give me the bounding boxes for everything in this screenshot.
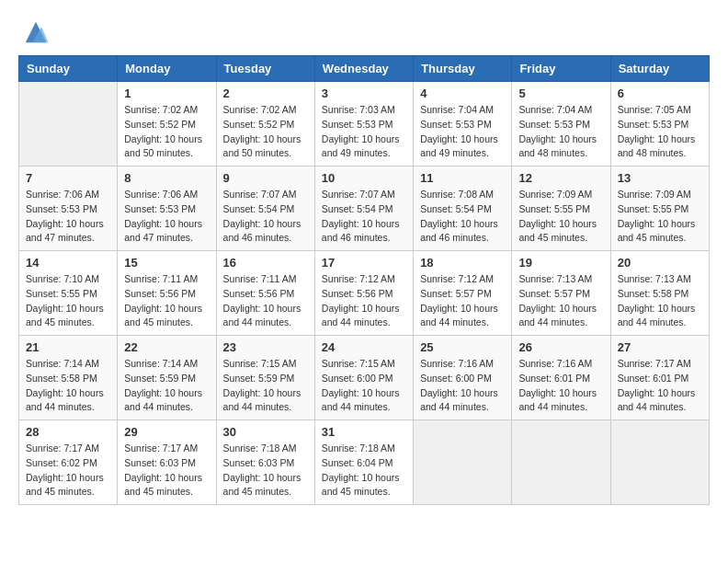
- calendar-table: SundayMondayTuesdayWednesdayThursdayFrid…: [18, 55, 710, 505]
- day-info: Sunrise: 7:16 AMSunset: 6:00 PMDaylight:…: [420, 357, 505, 415]
- calendar-cell: 6Sunrise: 7:05 AMSunset: 5:53 PMDaylight…: [610, 82, 709, 167]
- day-number: 19: [518, 256, 603, 270]
- calendar-cell: [610, 420, 709, 505]
- calendar-cell: 2Sunrise: 7:02 AMSunset: 5:52 PMDaylight…: [216, 82, 314, 167]
- day-number: 30: [223, 425, 308, 439]
- calendar-cell: 20Sunrise: 7:13 AMSunset: 5:58 PMDayligh…: [610, 251, 709, 336]
- day-info: Sunrise: 7:02 AMSunset: 5:52 PMDaylight:…: [223, 103, 308, 161]
- column-header-friday: Friday: [512, 56, 610, 82]
- calendar-cell: 29Sunrise: 7:17 AMSunset: 6:03 PMDayligh…: [118, 420, 216, 505]
- column-header-sunday: Sunday: [19, 56, 118, 82]
- day-number: 23: [223, 340, 308, 354]
- calendar-cell: 30Sunrise: 7:18 AMSunset: 6:03 PMDayligh…: [216, 420, 314, 505]
- day-number: 2: [223, 86, 308, 100]
- calendar-cell: 5Sunrise: 7:04 AMSunset: 5:53 PMDaylight…: [512, 82, 610, 167]
- calendar-cell: 9Sunrise: 7:07 AMSunset: 5:54 PMDaylight…: [216, 167, 314, 251]
- calendar-cell: 27Sunrise: 7:17 AMSunset: 6:01 PMDayligh…: [610, 336, 709, 420]
- day-info: Sunrise: 7:16 AMSunset: 6:01 PMDaylight:…: [518, 357, 603, 415]
- day-info: Sunrise: 7:14 AMSunset: 5:58 PMDaylight:…: [26, 357, 110, 415]
- day-number: 25: [420, 340, 505, 354]
- day-info: Sunrise: 7:14 AMSunset: 5:59 PMDaylight:…: [124, 357, 209, 415]
- day-number: 14: [26, 256, 110, 270]
- calendar-cell: 13Sunrise: 7:09 AMSunset: 5:55 PMDayligh…: [610, 167, 709, 251]
- day-info: Sunrise: 7:17 AMSunset: 6:03 PMDaylight:…: [124, 442, 209, 500]
- calendar-cell: 8Sunrise: 7:06 AMSunset: 5:53 PMDaylight…: [118, 167, 216, 251]
- calendar-week-row: 21Sunrise: 7:14 AMSunset: 5:58 PMDayligh…: [19, 336, 710, 420]
- calendar-cell: 21Sunrise: 7:14 AMSunset: 5:58 PMDayligh…: [19, 336, 118, 420]
- calendar-cell: 18Sunrise: 7:12 AMSunset: 5:57 PMDayligh…: [414, 251, 512, 336]
- calendar-cell: [512, 420, 610, 505]
- day-info: Sunrise: 7:07 AMSunset: 5:54 PMDaylight:…: [322, 188, 406, 246]
- day-number: 21: [26, 340, 110, 354]
- day-info: Sunrise: 7:12 AMSunset: 5:56 PMDaylight:…: [322, 272, 406, 330]
- day-number: 26: [518, 340, 603, 354]
- calendar-cell: 26Sunrise: 7:16 AMSunset: 6:01 PMDayligh…: [512, 336, 610, 420]
- day-info: Sunrise: 7:09 AMSunset: 5:55 PMDaylight:…: [618, 188, 702, 246]
- day-info: Sunrise: 7:06 AMSunset: 5:53 PMDaylight:…: [26, 188, 110, 246]
- page-header: [18, 18, 710, 46]
- day-info: Sunrise: 7:04 AMSunset: 5:53 PMDaylight:…: [518, 103, 603, 161]
- day-info: Sunrise: 7:11 AMSunset: 5:56 PMDaylight:…: [124, 272, 209, 330]
- day-info: Sunrise: 7:15 AMSunset: 5:59 PMDaylight:…: [223, 357, 308, 415]
- day-number: 10: [322, 171, 406, 185]
- day-number: 13: [618, 171, 702, 185]
- column-header-monday: Monday: [118, 56, 216, 82]
- calendar-cell: 7Sunrise: 7:06 AMSunset: 5:53 PMDaylight…: [19, 167, 118, 251]
- calendar-cell: 1Sunrise: 7:02 AMSunset: 5:52 PMDaylight…: [118, 82, 216, 167]
- day-info: Sunrise: 7:04 AMSunset: 5:53 PMDaylight:…: [420, 103, 505, 161]
- day-number: 3: [322, 86, 406, 100]
- day-info: Sunrise: 7:13 AMSunset: 5:57 PMDaylight:…: [518, 272, 603, 330]
- day-info: Sunrise: 7:18 AMSunset: 6:04 PMDaylight:…: [322, 442, 406, 500]
- calendar-week-row: 14Sunrise: 7:10 AMSunset: 5:55 PMDayligh…: [19, 251, 710, 336]
- day-info: Sunrise: 7:13 AMSunset: 5:58 PMDaylight:…: [618, 272, 702, 330]
- day-info: Sunrise: 7:06 AMSunset: 5:53 PMDaylight:…: [124, 188, 209, 246]
- calendar-cell: [414, 420, 512, 505]
- calendar-cell: 15Sunrise: 7:11 AMSunset: 5:56 PMDayligh…: [118, 251, 216, 336]
- logo: [18, 18, 50, 46]
- calendar-cell: 16Sunrise: 7:11 AMSunset: 5:56 PMDayligh…: [216, 251, 314, 336]
- calendar-week-row: 1Sunrise: 7:02 AMSunset: 5:52 PMDaylight…: [19, 82, 710, 167]
- column-header-wednesday: Wednesday: [314, 56, 413, 82]
- day-number: 15: [124, 256, 209, 270]
- day-info: Sunrise: 7:09 AMSunset: 5:55 PMDaylight:…: [518, 188, 603, 246]
- calendar-cell: 14Sunrise: 7:10 AMSunset: 5:55 PMDayligh…: [19, 251, 118, 336]
- column-header-thursday: Thursday: [414, 56, 512, 82]
- calendar-week-row: 28Sunrise: 7:17 AMSunset: 6:02 PMDayligh…: [19, 420, 710, 505]
- day-info: Sunrise: 7:17 AMSunset: 6:01 PMDaylight:…: [618, 357, 702, 415]
- day-info: Sunrise: 7:10 AMSunset: 5:55 PMDaylight:…: [26, 272, 110, 330]
- day-number: 20: [618, 256, 702, 270]
- day-info: Sunrise: 7:08 AMSunset: 5:54 PMDaylight:…: [420, 188, 505, 246]
- day-number: 27: [618, 340, 702, 354]
- calendar-cell: 17Sunrise: 7:12 AMSunset: 5:56 PMDayligh…: [314, 251, 413, 336]
- column-header-saturday: Saturday: [610, 56, 709, 82]
- day-info: Sunrise: 7:12 AMSunset: 5:57 PMDaylight:…: [420, 272, 505, 330]
- day-number: 17: [322, 256, 406, 270]
- calendar-cell: 24Sunrise: 7:15 AMSunset: 6:00 PMDayligh…: [314, 336, 413, 420]
- day-info: Sunrise: 7:11 AMSunset: 5:56 PMDaylight:…: [223, 272, 308, 330]
- calendar-cell: 28Sunrise: 7:17 AMSunset: 6:02 PMDayligh…: [19, 420, 118, 505]
- day-info: Sunrise: 7:03 AMSunset: 5:53 PMDaylight:…: [322, 103, 406, 161]
- calendar-cell: 12Sunrise: 7:09 AMSunset: 5:55 PMDayligh…: [512, 167, 610, 251]
- day-number: 9: [223, 171, 308, 185]
- calendar-cell: 25Sunrise: 7:16 AMSunset: 6:00 PMDayligh…: [414, 336, 512, 420]
- calendar-cell: 22Sunrise: 7:14 AMSunset: 5:59 PMDayligh…: [118, 336, 216, 420]
- day-number: 4: [420, 86, 505, 100]
- day-info: Sunrise: 7:18 AMSunset: 6:03 PMDaylight:…: [223, 442, 308, 500]
- day-number: 6: [618, 86, 702, 100]
- calendar-cell: 10Sunrise: 7:07 AMSunset: 5:54 PMDayligh…: [314, 167, 413, 251]
- day-number: 12: [518, 171, 603, 185]
- day-number: 11: [420, 171, 505, 185]
- calendar-cell: 4Sunrise: 7:04 AMSunset: 5:53 PMDaylight…: [414, 82, 512, 167]
- day-info: Sunrise: 7:07 AMSunset: 5:54 PMDaylight:…: [223, 188, 308, 246]
- day-number: 7: [26, 171, 110, 185]
- calendar-cell: 11Sunrise: 7:08 AMSunset: 5:54 PMDayligh…: [414, 167, 512, 251]
- calendar-cell: 3Sunrise: 7:03 AMSunset: 5:53 PMDaylight…: [314, 82, 413, 167]
- day-number: 18: [420, 256, 505, 270]
- day-info: Sunrise: 7:15 AMSunset: 6:00 PMDaylight:…: [322, 357, 406, 415]
- day-info: Sunrise: 7:02 AMSunset: 5:52 PMDaylight:…: [124, 103, 209, 161]
- day-number: 31: [322, 425, 406, 439]
- day-number: 5: [518, 86, 603, 100]
- day-number: 8: [124, 171, 209, 185]
- logo-icon: [22, 18, 50, 46]
- calendar-cell: [19, 82, 118, 167]
